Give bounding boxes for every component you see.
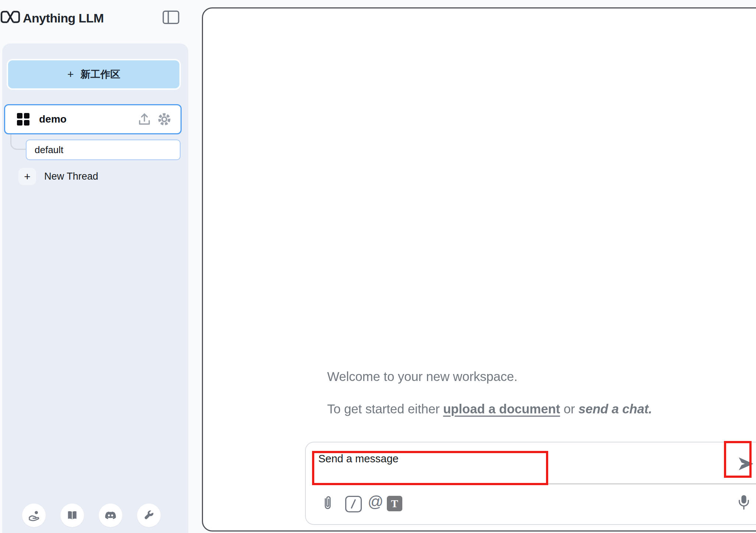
workspace-item-demo[interactable]: demo [4,104,182,134]
welcome-subtitle: To get started either upload a document … [327,402,652,416]
sidebar-panel: + 新工作区 demo [2,43,188,533]
send-a-chat-text: send a chat. [578,402,652,416]
welcome-subtitle-prefix: To get started either [327,402,443,416]
thread-item-default[interactable]: default [26,140,181,160]
message-composer: @ T [305,442,756,525]
new-workspace-button[interactable]: + 新工作区 [7,59,181,90]
docs-book-icon[interactable] [60,504,84,527]
welcome-title: Welcome to your new workspace. [327,369,518,384]
workspace-settings-gear-icon[interactable] [157,112,172,127]
discord-icon[interactable] [99,504,122,527]
slash-command-icon[interactable] [345,495,362,513]
agent-at-icon[interactable]: @ [368,494,384,509]
attach-file-paperclip-icon[interactable] [321,495,334,512]
settings-wrench-icon[interactable] [137,504,161,527]
app-title: Anything LLM [23,11,104,25]
anything-llm-logo-icon [0,9,21,25]
plus-icon: + [67,68,74,81]
chat-panel: Welcome to your new workspace. To get st… [202,7,756,532]
workspace-name: demo [39,113,132,125]
microphone-icon[interactable] [738,494,750,511]
text-size-icon[interactable]: T [387,496,402,511]
composer-divider [314,483,756,484]
app-window: Anything LLM + 新工作区 [0,0,756,533]
upload-document-icon[interactable] [138,112,151,126]
send-message-icon[interactable] [738,454,755,473]
new-workspace-label: 新工作区 [80,68,120,81]
new-thread-label: New Thread [44,171,98,182]
workspace-grid-icon [16,112,30,126]
message-input[interactable] [318,453,547,481]
welcome-subtitle-middle: or [560,402,578,416]
sidebar-toggle-icon[interactable] [162,10,180,25]
plus-icon: + [18,168,36,185]
support-hand-icon[interactable] [22,504,46,527]
thread-connector-line [10,134,27,150]
upload-a-document-link[interactable]: upload a document [443,402,560,416]
thread-name: default [35,144,63,156]
sidebar-footer [22,504,161,527]
new-thread-button[interactable]: + New Thread [18,168,98,185]
